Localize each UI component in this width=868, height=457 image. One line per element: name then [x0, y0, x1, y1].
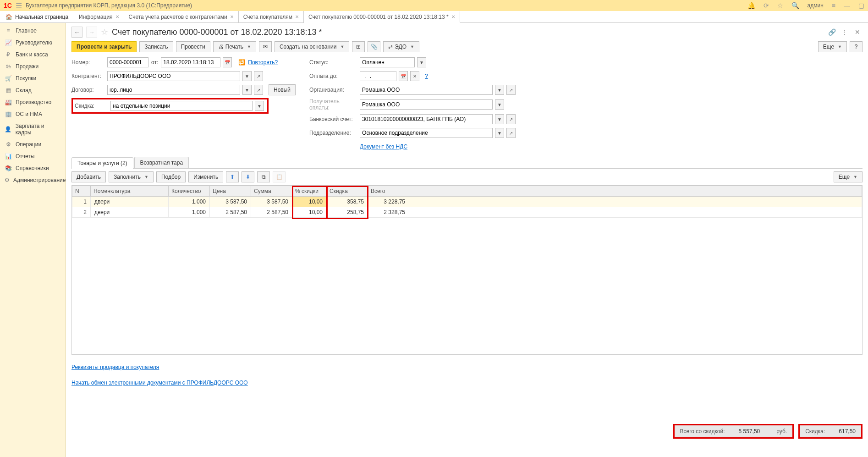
edit-button[interactable]: Изменить: [188, 171, 223, 182]
link-icon[interactable]: 🔗: [827, 27, 837, 37]
cell-item[interactable]: двери: [91, 197, 169, 207]
discount-select[interactable]: [110, 101, 253, 111]
sidebar-item-purchases[interactable]: 🛒Покупки: [0, 72, 66, 84]
contract-input[interactable]: [107, 85, 240, 95]
sidebar-item-salary[interactable]: 👤Зарплата и кадры: [0, 120, 66, 138]
attach-button[interactable]: 📎: [368, 41, 380, 52]
number-input[interactable]: [107, 57, 148, 67]
cell-total[interactable]: 3 228,75: [368, 197, 409, 207]
date-input[interactable]: [161, 57, 220, 67]
col-item[interactable]: Номенклатура: [91, 186, 169, 197]
repeat-link[interactable]: Повторять?: [248, 59, 278, 66]
favorite-icon[interactable]: ☆: [101, 27, 108, 37]
settings-icon[interactable]: ≡: [832, 2, 835, 9]
paste-button[interactable]: 📋: [273, 171, 286, 182]
cell-disc-pct[interactable]: 10,00: [292, 207, 327, 218]
new-button[interactable]: Новый: [269, 84, 296, 95]
calendar-button[interactable]: 📅: [399, 71, 408, 81]
dropdown-button[interactable]: ▼: [242, 85, 252, 95]
col-disc-pct[interactable]: % скидки: [292, 186, 327, 197]
back-button[interactable]: ←: [71, 27, 82, 38]
history-icon[interactable]: ⟳: [764, 2, 769, 9]
close-icon[interactable]: ✕: [295, 14, 299, 19]
forward-button[interactable]: →: [86, 27, 97, 38]
cell-sum[interactable]: 3 587,50: [251, 197, 292, 207]
cell-qty[interactable]: 1,000: [169, 197, 210, 207]
col-disc[interactable]: Скидка: [327, 186, 368, 197]
table-row[interactable]: 1двери1,0003 587,503 587,5010,00358,753 …: [72, 197, 862, 207]
cell-price[interactable]: 2 587,50: [210, 207, 251, 218]
cell-disc[interactable]: 358,75: [327, 197, 368, 207]
col-qty[interactable]: Количество: [169, 186, 210, 197]
tab-invoice-active[interactable]: Счет покупателю 0000-000001 от 18.02.202…: [304, 11, 460, 23]
close-icon[interactable]: ✕: [451, 14, 455, 19]
tab-accounts[interactable]: Счета учета расчетов с контрагентами ✕: [124, 11, 239, 22]
tab-info[interactable]: Информация ✕: [74, 11, 124, 22]
sidebar-item-reports[interactable]: 📊Отчеты: [0, 150, 66, 162]
sidebar-item-manager[interactable]: 📈Руководителю: [0, 37, 66, 49]
print-button[interactable]: 🖨Печать▼: [213, 41, 256, 52]
fill-button[interactable]: Заполнить▼: [109, 171, 154, 182]
post-close-button[interactable]: Провести и закрыть: [71, 41, 137, 52]
col-sum[interactable]: Сумма: [251, 186, 292, 197]
dropdown-button[interactable]: ▼: [495, 114, 504, 124]
clear-button[interactable]: ✕: [410, 71, 419, 81]
copy-button[interactable]: ⧉: [257, 171, 270, 182]
contractor-input[interactable]: [107, 71, 240, 81]
calendar-button[interactable]: 📅: [223, 57, 232, 67]
sidebar-item-production[interactable]: 🏭Производство: [0, 96, 66, 108]
move-up-button[interactable]: ⬆: [226, 171, 239, 182]
cell-sum[interactable]: 2 587,50: [251, 207, 292, 218]
create-based-button[interactable]: Создать на основании▼: [275, 41, 349, 52]
table-row[interactable]: 2двери1,0002 587,502 587,5010,00258,752 …: [72, 207, 862, 218]
dropdown-button[interactable]: ▼: [242, 71, 252, 81]
restore-icon[interactable]: ▢: [858, 2, 864, 9]
dropdown-button[interactable]: ▼: [255, 101, 264, 111]
home-tab[interactable]: 🏠 Начальная страница: [0, 11, 74, 22]
table-more-button[interactable]: Еще▼: [834, 171, 863, 182]
seller-details-link[interactable]: Реквизиты продавца и покупателя: [71, 364, 159, 370]
menu-icon[interactable]: ☰: [16, 1, 22, 10]
minimize-icon[interactable]: —: [844, 2, 850, 9]
dropdown-button[interactable]: ▼: [417, 57, 426, 67]
cell-qty[interactable]: 1,000: [169, 207, 210, 218]
dropdown-button[interactable]: ▼: [495, 85, 504, 95]
sidebar-item-os[interactable]: 🏢ОС и НМА: [0, 108, 66, 120]
sidebar-item-admin[interactable]: ⚙Администрирование: [0, 174, 66, 186]
tab-returns[interactable]: Возвратная тара: [134, 157, 189, 168]
template-button[interactable]: ⊞: [352, 41, 365, 52]
bank-input[interactable]: [360, 114, 493, 124]
open-button[interactable]: ↗: [506, 128, 516, 138]
org-input[interactable]: [360, 85, 493, 95]
close-icon[interactable]: ✕: [852, 27, 863, 37]
close-icon[interactable]: ✕: [230, 14, 234, 19]
open-button[interactable]: ↗: [506, 85, 516, 95]
col-price[interactable]: Цена: [210, 186, 251, 197]
email-button[interactable]: ✉: [259, 41, 272, 52]
dept-input[interactable]: [360, 128, 493, 138]
pay-until-input[interactable]: [360, 71, 396, 81]
sidebar-item-operations[interactable]: ⚙Операции: [0, 138, 66, 150]
more-button[interactable]: Еще▼: [818, 41, 847, 52]
close-icon[interactable]: ✕: [115, 14, 119, 19]
no-vat-link[interactable]: Документ без НДС: [360, 143, 407, 150]
cell-disc-pct[interactable]: 10,00: [292, 197, 327, 207]
tab-invoices[interactable]: Счета покупателям ✕: [239, 11, 304, 22]
sidebar-item-sales[interactable]: 🛍Продажи: [0, 61, 66, 72]
cell-disc[interactable]: 258,75: [327, 207, 368, 218]
sidebar-item-main[interactable]: ≡Главное: [0, 25, 66, 37]
add-button[interactable]: Добавить: [71, 171, 106, 182]
edo-button[interactable]: ⇄ЭДО▼: [383, 41, 419, 52]
payee-input[interactable]: [360, 99, 493, 110]
cell-total[interactable]: 2 328,75: [368, 207, 409, 218]
move-down-button[interactable]: ⬇: [242, 171, 254, 182]
sidebar-item-refs[interactable]: 📚Справочники: [0, 162, 66, 174]
bell-icon[interactable]: 🔔: [747, 2, 755, 9]
star-icon[interactable]: ☆: [777, 2, 783, 9]
help-button[interactable]: ?: [850, 41, 863, 52]
more-icon[interactable]: ⋮: [840, 27, 850, 37]
tab-goods[interactable]: Товары и услуги (2): [71, 157, 133, 169]
edo-start-link[interactable]: Начать обмен электронными документами с …: [71, 380, 248, 386]
col-n[interactable]: N: [72, 186, 91, 197]
open-button[interactable]: ↗: [254, 71, 263, 81]
